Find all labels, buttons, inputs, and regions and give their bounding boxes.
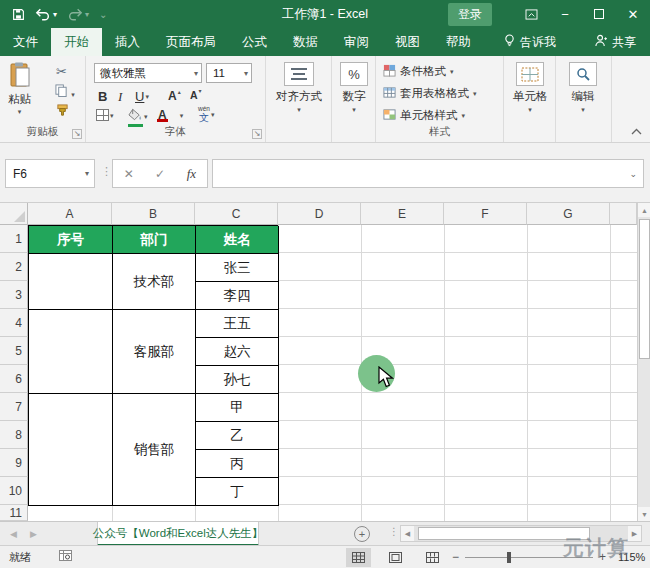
row-header-2[interactable]: 2 xyxy=(0,253,28,281)
row-header-5[interactable]: 5 xyxy=(0,337,28,365)
redo-dropdown-icon[interactable]: ▾ xyxy=(85,10,89,19)
row-header-1[interactable]: 1 xyxy=(0,225,28,253)
undo-icon[interactable]: ▾ xyxy=(35,8,57,21)
tab-help[interactable]: 帮助 xyxy=(433,28,484,56)
column-header-g[interactable]: G xyxy=(527,203,610,225)
cell-c8[interactable]: 乙 xyxy=(196,422,279,450)
sheet-tab-active[interactable]: 公众号【Word和Excel达人先生】 xyxy=(97,522,259,546)
scroll-up-icon[interactable]: ▲ xyxy=(638,203,650,217)
phonetic-dropdown-icon[interactable]: ▾ xyxy=(211,112,215,117)
scroll-down-icon[interactable]: ▼ xyxy=(638,507,650,521)
cells-dropdown-icon[interactable]: ▾ xyxy=(528,107,532,112)
scroll-left-icon[interactable]: ◀ xyxy=(401,526,414,541)
font-color-button[interactable]: A ▾ xyxy=(158,108,183,122)
maximize-button[interactable] xyxy=(582,0,616,28)
zoom-in-icon[interactable]: + xyxy=(599,550,606,564)
column-header-e[interactable]: E xyxy=(361,203,444,225)
row-header-6[interactable]: 6 xyxy=(0,365,28,393)
editing-button[interactable]: 编辑 ▾ xyxy=(563,62,603,112)
copy-dropdown-icon[interactable]: ▾ xyxy=(71,91,75,98)
ribbon-display-options-icon[interactable] xyxy=(514,0,548,28)
cell-a1[interactable]: 序号 xyxy=(29,226,113,254)
cell-a2-a3-merged[interactable] xyxy=(29,254,113,310)
tab-data[interactable]: 数据 xyxy=(280,28,331,56)
close-button[interactable]: ✕ xyxy=(616,0,650,28)
tab-review[interactable]: 审阅 xyxy=(331,28,382,56)
cell-styles-dropdown-icon[interactable]: ▾ xyxy=(462,113,466,118)
zoom-slider[interactable] xyxy=(465,557,593,558)
underline-button[interactable]: U▾ xyxy=(135,89,149,104)
cell-c5[interactable]: 赵六 xyxy=(196,338,279,366)
row-header-8[interactable]: 8 xyxy=(0,421,28,449)
cell-c1[interactable]: 姓名 xyxy=(196,226,279,254)
row-header-10[interactable]: 10 xyxy=(0,477,28,505)
cell-styles-button[interactable]: 单元格样式 ▾ xyxy=(383,108,465,123)
copy-icon[interactable]: ▾ xyxy=(55,84,75,100)
login-button[interactable]: 登录 xyxy=(448,3,492,26)
column-header-f[interactable]: F xyxy=(444,203,527,225)
paste-button[interactable]: 粘贴 ▾ xyxy=(8,62,31,114)
page-break-view-icon[interactable] xyxy=(420,548,445,567)
cell-c7[interactable]: 甲 xyxy=(196,394,279,422)
column-header-c[interactable]: C xyxy=(195,203,278,225)
cell-c6[interactable]: 孙七 xyxy=(196,366,279,394)
bold-button[interactable]: B xyxy=(98,89,107,104)
column-header-a[interactable]: A xyxy=(28,203,112,225)
column-header-partial[interactable] xyxy=(610,203,637,225)
cell-b4-b6-merged[interactable]: 客服部 xyxy=(113,310,196,394)
conditional-formatting-button[interactable]: 条件格式 ▾ xyxy=(383,64,454,79)
cancel-entry-icon[interactable]: ✕ xyxy=(113,160,144,187)
formula-bar-expand-icon[interactable]: ⌄ xyxy=(629,169,637,179)
cell-c3[interactable]: 李四 xyxy=(196,282,279,310)
zoom-out-icon[interactable]: − xyxy=(452,550,459,564)
font-name-select[interactable]: 微软雅黑 ▾ xyxy=(94,63,202,83)
select-all-corner[interactable] xyxy=(0,203,28,225)
cell-b1[interactable]: 部门 xyxy=(113,226,196,254)
tell-me-box[interactable]: 告诉我 xyxy=(492,28,568,56)
row-header-11[interactable]: 11 xyxy=(0,505,28,521)
clipboard-dialog-launcher-icon[interactable]: ↘ xyxy=(72,129,82,139)
tab-home[interactable]: 开始 xyxy=(51,28,102,56)
macro-record-icon[interactable] xyxy=(59,550,72,564)
collapse-ribbon-icon[interactable] xyxy=(631,124,642,138)
vertical-scroll-thumb[interactable] xyxy=(639,219,650,359)
font-size-dropdown-icon[interactable]: ▾ xyxy=(244,69,251,78)
phonetic-guide-button[interactable]: wén 文 ▾ xyxy=(198,106,214,123)
underline-dropdown-icon[interactable]: ▾ xyxy=(145,94,149,99)
number-dropdown-icon[interactable]: ▾ xyxy=(352,107,356,112)
row-header-4[interactable]: 4 xyxy=(0,309,28,337)
column-header-d[interactable]: D xyxy=(278,203,361,225)
fill-color-button[interactable]: ▾ xyxy=(128,108,148,124)
save-icon[interactable] xyxy=(12,8,25,21)
editing-dropdown-icon[interactable]: ▾ xyxy=(581,107,585,112)
sheet-nav-right-icon[interactable]: ▶ xyxy=(30,522,37,546)
formula-input[interactable]: ⌄ xyxy=(212,159,644,188)
new-sheet-icon[interactable]: + xyxy=(354,526,370,542)
cell-c4[interactable]: 王五 xyxy=(196,310,279,338)
vertical-scrollbar[interactable]: ▲ ▼ xyxy=(637,203,650,521)
row-header-9[interactable]: 9 xyxy=(0,449,28,477)
tab-view[interactable]: 视图 xyxy=(382,28,433,56)
page-layout-view-icon[interactable] xyxy=(383,548,408,567)
cell-c10[interactable]: 丁 xyxy=(196,478,279,506)
name-box-dropdown-icon[interactable]: ▾ xyxy=(85,169,94,178)
sheet-bar-grip-icon[interactable]: ⋮ xyxy=(389,526,399,537)
customize-qat-icon[interactable]: ⌄ xyxy=(99,9,107,20)
horizontal-scrollbar[interactable]: ◀ ▶ xyxy=(400,525,642,542)
minimize-button[interactable]: − xyxy=(548,0,582,28)
alignment-dropdown-icon[interactable]: ▾ xyxy=(297,107,301,112)
share-button[interactable]: 共享 xyxy=(581,28,650,56)
borders-dropdown-icon[interactable]: ▾ xyxy=(110,113,114,118)
cell-b7-b10-merged[interactable]: 销售部 xyxy=(113,394,196,506)
horizontal-scroll-thumb[interactable] xyxy=(418,527,590,540)
grow-font-button[interactable]: A▴ xyxy=(168,89,181,103)
tab-formulas[interactable]: 公式 xyxy=(229,28,280,56)
normal-view-icon[interactable] xyxy=(346,548,371,567)
conditional-formatting-dropdown-icon[interactable]: ▾ xyxy=(450,69,454,74)
row-header-7[interactable]: 7 xyxy=(0,393,28,421)
tab-file[interactable]: 文件 xyxy=(0,28,51,56)
cell-c2[interactable]: 张三 xyxy=(196,254,279,282)
redo-icon[interactable]: ▾ xyxy=(67,8,89,21)
cells-button[interactable]: 单元格 ▾ xyxy=(509,62,551,112)
tab-page-layout[interactable]: 页面布局 xyxy=(153,28,229,56)
